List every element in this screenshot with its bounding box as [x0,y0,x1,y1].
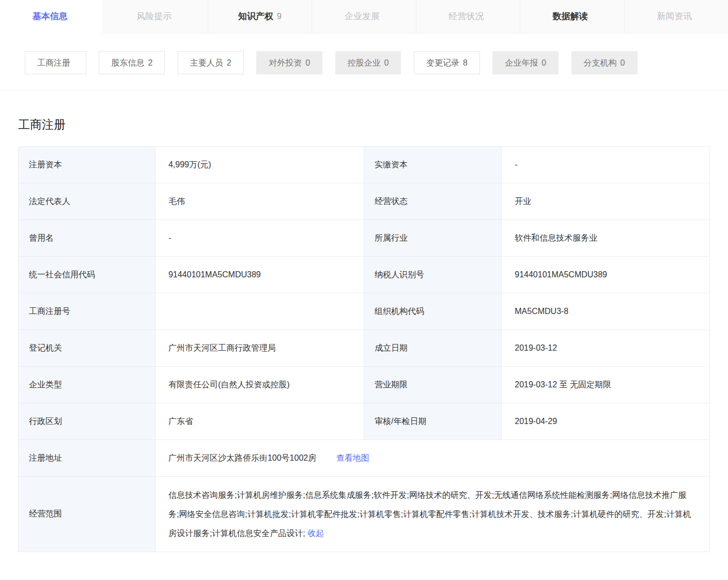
table-row: 曾用名 - 所属行业 软件和信息技术服务业 [19,220,710,257]
field-value: 2019-03-12 [502,330,710,367]
field-value: 有限责任公司(自然人投资或控股) [155,367,364,403]
pill-label: 企业年报 [505,58,538,67]
tab-label: 基本信息 [33,11,68,21]
field-value: 91440101MA5CMDU389 [155,257,364,293]
field-label: 审核/年检日期 [364,403,501,440]
field-label: 工商注册号 [19,293,156,330]
table-row: 工商注册号 组织机构代码 MA5CMDU3-8 [19,293,710,330]
table-row: 统一社会信用代码 91440101MA5CMDU389 纳税人识别号 91440… [19,257,710,293]
tab-data-interpretation[interactable]: 数据解读 [520,0,624,33]
pill-label: 分支机构 [584,58,617,67]
table-row: 企业类型 有限责任公司(自然人投资或控股) 营业期限 2019-03-12 至 … [19,367,710,403]
collapse-link[interactable]: 收起 [307,529,324,538]
pill-key-personnel[interactable]: 主要人员2 [178,51,244,74]
table-row: 登记机关 广州市天河区工商行政管理局 成立日期 2019-03-12 [19,330,710,367]
pill-label: 股东信息 [111,58,144,67]
pill-count: 0 [621,58,625,67]
pill-label: 变更记录 [426,58,459,67]
main-content: 工商注册 注册资本 4,999万(元) 实缴资本 - 法定代表人 毛伟 经营状态… [0,117,728,552]
tab-label: 经营状况 [448,11,484,21]
field-label: 注册地址 [19,440,156,477]
field-value: 软件和信息技术服务业 [502,220,710,257]
field-label: 经营范围 [19,477,156,552]
pill-count: 2 [148,58,152,67]
pill-label: 主要人员 [190,58,223,67]
business-registration-table: 注册资本 4,999万(元) 实缴资本 - 法定代表人 毛伟 经营状态 开业 曾… [18,146,710,552]
pill-change-records[interactable]: 变更记录8 [414,51,480,74]
section-title: 工商注册 [18,117,710,132]
business-scope-text: 信息技术咨询服务;计算机房维护服务;信息系统集成服务;软件开发;网络技术的研究、… [168,491,691,538]
tab-label: 企业发展 [345,11,380,21]
business-scope-cell: 信息技术咨询服务;计算机房维护服务;信息系统集成服务;软件开发;网络技术的研究、… [155,477,709,552]
tab-basic-info[interactable]: 基本信息 [0,0,104,34]
address-text: 广州市天河区沙太路侨乐街100号1002房 [168,453,316,462]
pill-business-registration[interactable]: 工商注册 [25,51,86,74]
field-value: 4,999万(元) [155,147,364,183]
tab-label: 风险提示 [136,11,172,21]
field-value: - [155,220,364,257]
pill-count: 2 [227,58,231,67]
field-label: 法定代表人 [19,183,156,220]
field-label: 经营状态 [364,183,501,220]
field-label: 登记机关 [19,330,156,367]
field-label: 曾用名 [19,220,156,257]
pill-outbound-investment[interactable]: 对外投资0 [256,51,322,74]
table-row-scope: 经营范围 信息技术咨询服务;计算机房维护服务;信息系统集成服务;软件开发;网络技… [19,477,710,552]
table-row: 法定代表人 毛伟 经营状态 开业 [19,183,710,220]
field-value: 毛伟 [155,183,364,220]
subnav-pill-row: 工商注册 股东信息2 主要人员2 对外投资0 控股企业0 变更记录8 企业年报0… [0,34,728,90]
field-value: 开业 [502,183,710,220]
field-value: - [502,147,710,183]
pill-holding-companies[interactable]: 控股企业0 [335,51,401,74]
pill-annual-reports[interactable]: 企业年报0 [492,51,559,74]
table-row-address: 注册地址 广州市天河区沙太路侨乐街100号1002房 查看地图 [19,440,710,477]
tab-label: 知识产权 [238,11,273,21]
pill-count: 0 [305,58,310,67]
field-label: 所属行业 [364,220,501,257]
field-label: 注册资本 [19,147,156,183]
tab-label: 新闻资讯 [657,11,692,21]
view-map-link[interactable]: 查看地图 [336,453,369,462]
tab-news[interactable]: 新闻资讯 [625,0,728,33]
field-label: 组织机构代码 [364,293,501,330]
pill-label: 工商注册 [37,58,70,67]
field-label: 成立日期 [364,330,501,367]
tab-enterprise-development[interactable]: 企业发展 [312,0,416,33]
tab-intellectual-property[interactable]: 知识产权9 [208,0,312,33]
table-row: 注册资本 4,999万(元) 实缴资本 - [19,147,710,183]
field-label: 纳税人识别号 [364,257,501,293]
tab-risk-alerts[interactable]: 风险提示 [104,0,208,33]
top-tabbar: 基本信息 风险提示 知识产权9 企业发展 经营状况 数据解读 新闻资讯 [0,0,728,34]
pill-branches[interactable]: 分支机构0 [571,51,638,74]
field-label: 营业期限 [364,367,501,403]
field-value: MA5CMDU3-8 [502,293,710,330]
field-label: 统一社会信用代码 [19,257,156,293]
field-label: 行政区划 [19,403,156,440]
field-value: 广东省 [155,403,364,440]
field-value: 91440101MA5CMDU389 [502,257,710,293]
field-value [155,293,364,330]
tab-count: 9 [277,12,282,21]
pill-count: 0 [541,58,546,67]
field-value: 2019-03-12 至 无固定期限 [502,367,710,403]
address-cell: 广州市天河区沙太路侨乐街100号1002房 查看地图 [155,440,709,477]
pill-shareholders[interactable]: 股东信息2 [99,51,165,74]
pill-count: 8 [463,58,468,67]
field-label: 企业类型 [19,367,156,403]
field-value: 广州市天河区工商行政管理局 [155,330,364,367]
field-value: 2019-04-29 [502,403,710,440]
field-label: 实缴资本 [364,147,501,183]
tab-label: 数据解读 [553,11,588,21]
tab-operating-status[interactable]: 经营状况 [416,0,520,33]
pill-label: 控股企业 [348,58,381,67]
pill-label: 对外投资 [269,58,302,67]
table-row: 行政区划 广东省 审核/年检日期 2019-04-29 [19,403,710,440]
pill-count: 0 [384,58,389,67]
